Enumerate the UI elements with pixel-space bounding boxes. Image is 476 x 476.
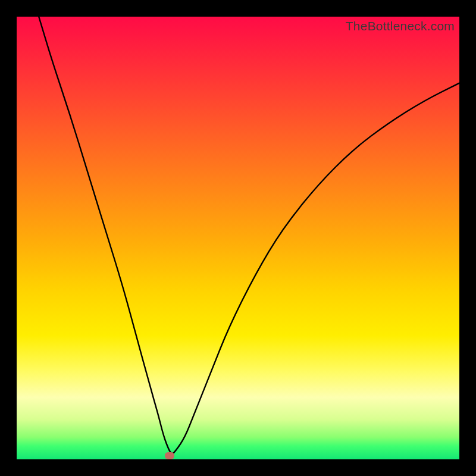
curve-svg (17, 17, 459, 459)
chart-frame: TheBottleneck.com (0, 0, 476, 476)
plot-area: TheBottleneck.com (17, 17, 459, 459)
watermark-text: TheBottleneck.com (346, 19, 455, 33)
bottleneck-curve-path (39, 17, 459, 453)
optimal-marker (165, 452, 174, 459)
